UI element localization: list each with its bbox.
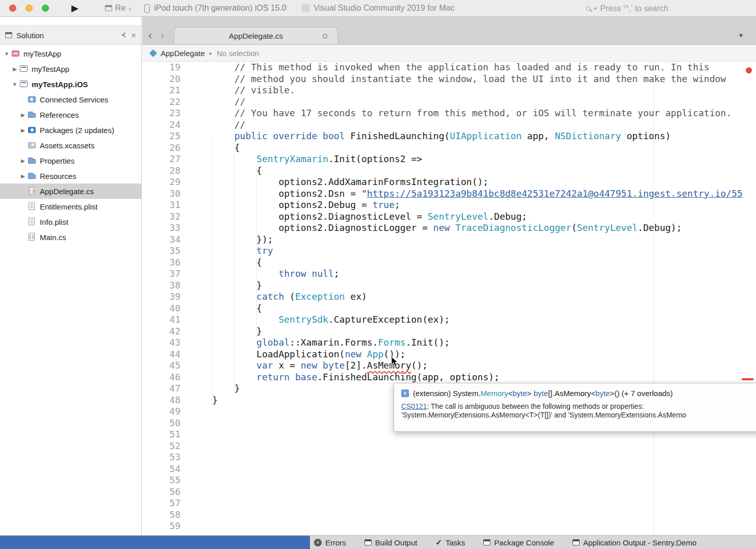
code-line[interactable]: 20 // method you should instantiate the … bbox=[142, 73, 756, 85]
statusbar-items: ErrorsBuild OutputTasksPackage ConsoleAp… bbox=[314, 538, 696, 547]
code-line[interactable]: 56 bbox=[142, 486, 756, 498]
line-number: 31 bbox=[142, 199, 180, 211]
chevron-right-icon: › bbox=[128, 4, 131, 13]
disclosure-triangle-icon[interactable]: ▶ bbox=[10, 66, 19, 72]
code-token bbox=[190, 73, 234, 84]
minimize-window-button[interactable] bbox=[25, 5, 33, 12]
code-line[interactable]: 54 bbox=[142, 463, 756, 475]
navigate-back-button[interactable]: ‹ bbox=[148, 30, 152, 41]
sidebar-item-mytestapp[interactable]: ▼myTestApp bbox=[0, 46, 141, 61]
breadcrumb-type[interactable]: AppDelegate bbox=[161, 49, 205, 58]
line-number: 24 bbox=[142, 119, 180, 131]
pin-pad-icon[interactable] bbox=[121, 32, 127, 38]
line-number: 28 bbox=[142, 165, 180, 177]
error-code-link[interactable]: CS0121 bbox=[401, 402, 427, 410]
disclosure-triangle-icon[interactable]: ▶ bbox=[18, 173, 28, 179]
tab-modified-indicator[interactable] bbox=[323, 34, 327, 38]
code-line[interactable]: 25 public override bool FinishedLaunchin… bbox=[142, 130, 756, 142]
sidebar-item-properties[interactable]: ▶Properties bbox=[0, 153, 141, 168]
sidebar-item-connected-services[interactable]: Connected Services bbox=[0, 92, 141, 107]
sidebar-item-label: Entitlements.plist bbox=[40, 202, 97, 211]
sidebar-item-appdelegate-cs[interactable]: AppDelegate.cs bbox=[0, 184, 141, 199]
solution-icon bbox=[11, 49, 20, 58]
code-token: null bbox=[311, 268, 333, 279]
sidebar-item-packages-2-updates[interactable]: ▶Packages (2 updates) bbox=[0, 122, 141, 138]
code-token: // visible. bbox=[234, 85, 295, 95]
sidebar-item-references[interactable]: ▶References bbox=[0, 107, 141, 122]
sidebar-item-mytestapp-ios[interactable]: ▼myTestApp.iOS bbox=[0, 76, 141, 92]
code-token: https://5a193123a9b841bc8d8e42531e7242a1… bbox=[367, 188, 743, 199]
disclosure-triangle-icon[interactable]: ▶ bbox=[18, 127, 28, 133]
code-token: public override bool bbox=[234, 130, 345, 141]
code-line[interactable]: 52 bbox=[142, 440, 756, 452]
code-line[interactable]: 19 // This method is invoked when the ap… bbox=[142, 62, 756, 73]
statusbar-item-application-output-sentry-demo[interactable]: Application Output - Sentry.Demo bbox=[572, 538, 696, 547]
code-line[interactable]: 59 bbox=[142, 520, 756, 532]
run-button[interactable]: ▶ bbox=[71, 4, 79, 13]
sidebar-item-assets-xcassets[interactable]: Assets.xcassets bbox=[0, 138, 141, 153]
statusbar-item-package-console[interactable]: Package Console bbox=[483, 538, 554, 547]
code-token: var bbox=[256, 360, 273, 371]
sidebar-item-main-cs[interactable]: Main.cs bbox=[0, 229, 141, 245]
close-pad-icon[interactable]: × bbox=[131, 31, 136, 40]
sidebar-item-mytestapp[interactable]: ▶myTestApp bbox=[0, 61, 141, 76]
navigate-forward-button[interactable]: › bbox=[161, 30, 164, 41]
statusbar-item-errors[interactable]: Errors bbox=[314, 538, 346, 547]
search-field[interactable]: ▾ Press '^,' to search bbox=[586, 0, 668, 17]
code-line-text: options2.Dsn = "https://5a193123a9b841bc… bbox=[190, 188, 743, 200]
code-token: options2.DiagnosticLogger = bbox=[190, 222, 433, 233]
code-line[interactable]: 58 bbox=[142, 509, 756, 521]
code-token: " bbox=[361, 188, 367, 199]
code-token bbox=[306, 268, 312, 279]
code-editor[interactable]: 19 // This method is invoked when the ap… bbox=[142, 62, 756, 535]
code-line-text: global::Xamarin.Forms.Forms.Init(); bbox=[190, 337, 450, 349]
disclosure-triangle-icon[interactable]: ▼ bbox=[10, 82, 19, 87]
code-line-text: { bbox=[190, 142, 240, 154]
code-line[interactable]: 55 bbox=[142, 475, 756, 486]
device-selector[interactable]: iPod touch (7th generation) iOS 15.0 bbox=[144, 4, 286, 13]
sidebar-item-entitlements-plist[interactable]: Entitlements.plist bbox=[0, 199, 141, 214]
disclosure-triangle-icon[interactable]: ▼ bbox=[2, 51, 11, 57]
line-number: 58 bbox=[142, 509, 180, 521]
code-token bbox=[190, 291, 256, 302]
project-icon bbox=[19, 65, 28, 73]
code-line[interactable]: 57 bbox=[142, 498, 756, 509]
macos-titlebar: ▶ Re › iPod touch (7th generation) iOS 1… bbox=[0, 0, 756, 17]
disclosure-triangle-icon[interactable]: ▶ bbox=[18, 158, 28, 164]
line-number: 45 bbox=[142, 360, 180, 372]
disclosure-triangle-icon[interactable]: ▶ bbox=[18, 112, 28, 118]
code-token: >() (+ 7 overloads) bbox=[610, 389, 672, 398]
error-message-continued: 'System.MemoryExtensions.AsMemory<T>(T[]… bbox=[401, 411, 755, 420]
code-token: SentryLevel bbox=[577, 222, 638, 233]
code-line-text: { bbox=[190, 165, 262, 177]
tab-overflow-dropdown[interactable]: ▾ bbox=[739, 31, 743, 39]
code-line[interactable]: 22 // bbox=[142, 96, 756, 108]
sidebar-item-info-plist[interactable]: Info.plist bbox=[0, 214, 141, 229]
code-line[interactable]: 26 { bbox=[142, 142, 756, 154]
statusbar-item-tasks[interactable]: Tasks bbox=[435, 538, 465, 547]
code-line[interactable]: 21 // visible. bbox=[142, 85, 756, 96]
code-line[interactable]: 23 // You have 17 seconds to return from… bbox=[142, 108, 756, 119]
breadcrumb-selection[interactable]: No selection bbox=[217, 49, 259, 58]
line-number: 52 bbox=[142, 440, 180, 452]
column-ruler bbox=[654, 62, 654, 535]
scrollbar-error-marker[interactable] bbox=[742, 378, 753, 380]
code-token: .Debug); bbox=[638, 222, 682, 233]
code-line[interactable]: 53 bbox=[142, 452, 756, 463]
code-token: app, bbox=[522, 130, 555, 141]
close-window-button[interactable] bbox=[9, 5, 16, 12]
code-token: .FinishedLaunching(app, options); bbox=[317, 372, 500, 382]
statusbar: ErrorsBuild OutputTasksPackage ConsoleAp… bbox=[0, 535, 756, 549]
sidebar-item-resources[interactable]: ▶Resources bbox=[0, 168, 141, 184]
code-line[interactable]: 24 // bbox=[142, 119, 756, 131]
code-token: // bbox=[234, 119, 246, 130]
code-token: }); bbox=[190, 234, 273, 245]
statusbar-item-build-output[interactable]: Build Output bbox=[364, 538, 418, 547]
error-marker-icon[interactable] bbox=[746, 67, 752, 73]
code-line-text: } bbox=[190, 395, 218, 406]
build-configuration-selector[interactable]: Re › bbox=[105, 4, 131, 13]
tab-appdelegate[interactable]: AppDelegate.cs bbox=[174, 27, 338, 44]
solution-tree: ▼myTestApp▶myTestApp▼myTestApp.iOSConnec… bbox=[0, 46, 141, 245]
code-token: .Init(); bbox=[406, 337, 450, 348]
zoom-window-button[interactable] bbox=[42, 5, 49, 12]
